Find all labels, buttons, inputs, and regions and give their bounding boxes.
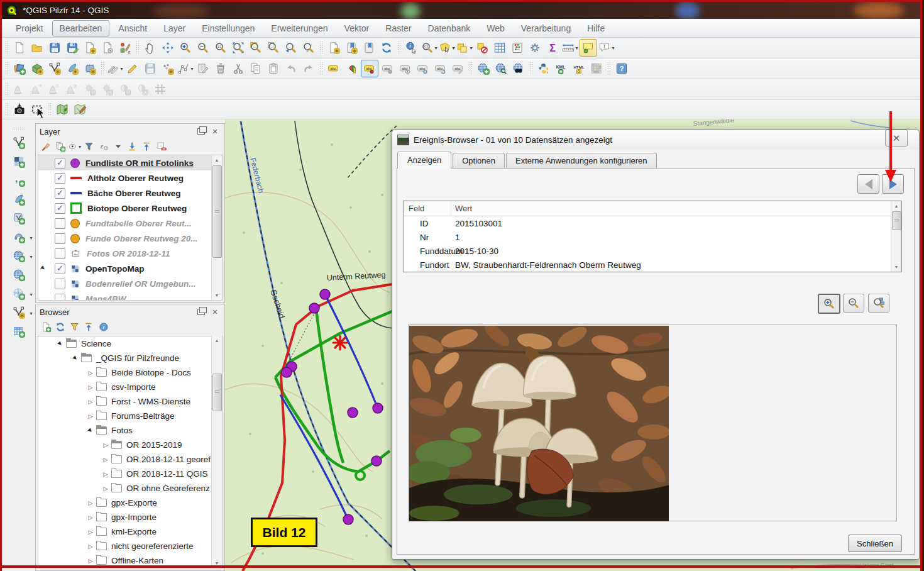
menu-layer[interactable]: Layer: [156, 20, 193, 36]
toggle-editing-button[interactable]: [124, 60, 141, 77]
expand-arrow-icon[interactable]: ▷: [87, 370, 94, 376]
undo-button[interactable]: [283, 60, 299, 77]
statistical-summary-button[interactable]: [509, 40, 525, 56]
tab-anzeigen[interactable]: Anzeigen: [397, 152, 451, 169]
dropdown-arrow-icon[interactable]: ▾: [575, 45, 578, 51]
zoom-to-layer-button[interactable]: [265, 40, 282, 56]
add-selected-layer-button[interactable]: [39, 321, 52, 334]
add-wfs-layer-button[interactable]: [10, 267, 28, 284]
add-group-button[interactable]: [53, 140, 67, 153]
menu-bearbeiten[interactable]: Bearbeiten: [52, 20, 110, 36]
dropdown-arrow-icon[interactable]: ▾: [452, 45, 454, 51]
menu-verarbeitung[interactable]: Verarbeitung: [514, 20, 578, 36]
bookmark-add-button[interactable]: [343, 40, 360, 56]
add-spatialite-layer-button[interactable]: [10, 210, 28, 227]
contrast-down-button[interactable]: [135, 81, 151, 97]
save-project-as-button[interactable]: [64, 40, 80, 56]
globe-add-button[interactable]: [475, 60, 492, 77]
layout-manager-button[interactable]: [99, 40, 116, 56]
record-table-scrollbar[interactable]: ▲▼: [891, 201, 901, 272]
menu-projekt[interactable]: Projekt: [8, 20, 51, 36]
tree-item[interactable]: ▷gpx-Exporte: [38, 496, 222, 510]
tree-item[interactable]: ▶Fotos: [38, 423, 222, 438]
expand-arrow-icon[interactable]: ▷: [87, 399, 94, 405]
stretch-full-cumulative-button[interactable]: [64, 81, 80, 97]
contrast-up-button[interactable]: [117, 81, 133, 97]
dropdown-arrow-icon[interactable]: ▾: [470, 45, 472, 51]
layer-checkbox[interactable]: [55, 279, 65, 289]
new-virtual-layer-button[interactable]: ▾: [10, 304, 28, 321]
map-theme-green-button[interactable]: [54, 101, 70, 118]
new-memory-layer-button[interactable]: [82, 60, 98, 77]
layer-checkbox[interactable]: ✓: [55, 173, 65, 184]
zoom-native-button[interactable]: 1:1: [212, 40, 229, 56]
new-project-button[interactable]: [11, 40, 28, 56]
cut-features-button[interactable]: [230, 60, 246, 77]
layer-checkbox[interactable]: ✓: [55, 203, 65, 214]
expand-all-button[interactable]: [126, 140, 139, 153]
tree-item[interactable]: ▷nicht georeferenzierte: [38, 539, 222, 553]
refresh-button[interactable]: [53, 321, 67, 334]
stretch-local-button[interactable]: [11, 81, 28, 97]
metasearch-button[interactable]: [510, 60, 527, 77]
expand-arrow-icon[interactable]: ▷: [87, 413, 94, 419]
new-print-layout-button[interactable]: [82, 40, 98, 56]
open-attribute-table-button[interactable]: [492, 40, 508, 56]
pan-to-selection-button[interactable]: [160, 40, 176, 56]
layer-item[interactable]: ✓Bäche Oberer Reutweg: [38, 186, 222, 201]
style-manager-button[interactable]: a: [117, 40, 133, 56]
zoom-in-button[interactable]: [818, 294, 840, 314]
tree-item[interactable]: ▷kml-Exporte: [38, 524, 222, 539]
show-sum-button[interactable]: Σ: [544, 40, 561, 56]
menu-einstellungen[interactable]: Einstellungen: [194, 20, 262, 36]
layer-item[interactable]: Bodenrelief OR Umgebun...: [38, 276, 222, 291]
stretch-local-cumulative-button[interactable]: [47, 81, 63, 97]
zoom-last-button[interactable]: [283, 40, 299, 56]
map-style-edit-button[interactable]: [72, 101, 88, 118]
close-panel-icon[interactable]: ✕: [209, 126, 221, 136]
menu-raster[interactable]: Raster: [378, 20, 419, 36]
dropdown-arrow-icon[interactable]: ▾: [79, 144, 81, 150]
collapse-all-button[interactable]: [82, 321, 96, 334]
layer-item[interactable]: ✓Altholz Oberer Reutweg: [38, 170, 222, 186]
delete-selected-button[interactable]: [212, 60, 229, 77]
paste-features-button[interactable]: [265, 60, 282, 77]
add-wcs-layer-button[interactable]: ▾: [10, 286, 28, 302]
stretch-full-button[interactable]: [29, 81, 45, 97]
expand-arrow-icon[interactable]: ▷: [87, 514, 94, 521]
highlight-pinned-button[interactable]: abc: [380, 60, 396, 77]
record-row[interactable]: Funddatum2015-10-30: [404, 244, 901, 258]
tree-item[interactable]: ▷OR 2015-2019: [38, 438, 222, 452]
layer-item[interactable]: Maps4BW: [38, 291, 222, 301]
menu-hilfe[interactable]: Hilfe: [580, 20, 612, 36]
filter-legend-button[interactable]: [82, 140, 96, 153]
expand-arrow-icon[interactable]: ▷: [102, 442, 109, 448]
html-tool-button[interactable]: HTML: [571, 60, 587, 77]
dropdown-arrow-icon[interactable]: ▾: [190, 66, 193, 72]
close-panel-icon[interactable]: ✕: [209, 307, 221, 317]
layer-checkbox[interactable]: ✓: [55, 263, 65, 274]
tree-item[interactable]: ▶Science: [38, 336, 222, 351]
data-source-manager-button[interactable]: [11, 60, 28, 77]
expand-arrow-icon[interactable]: ▷: [87, 558, 94, 564]
color-swatches-button[interactable]: [588, 60, 605, 77]
add-raster-layer-button[interactable]: [10, 153, 28, 170]
collapse-arrow-icon[interactable]: ▶: [56, 340, 64, 348]
expand-arrow-icon[interactable]: ▷: [102, 485, 109, 492]
zoom-extent-button[interactable]: [868, 294, 889, 313]
layer-checkbox[interactable]: ✓: [55, 158, 65, 169]
layer-item[interactable]: ✓Fundliste OR mit Fotolinks: [38, 155, 222, 170]
current-edits-button[interactable]: ▾: [107, 60, 123, 77]
add-vector-layer-button[interactable]: [10, 135, 28, 152]
record-row[interactable]: Nr1: [404, 230, 901, 244]
expand-arrow-icon[interactable]: ▷: [102, 457, 109, 463]
tree-item[interactable]: ▶_QGIS für Pilzfreunde: [38, 351, 222, 365]
select-by-value-button[interactable]: ▾: [456, 40, 473, 56]
save-project-button[interactable]: [47, 40, 63, 56]
properties-info-button[interactable]: i: [97, 321, 110, 334]
new-geopackage-layer-button[interactable]: [29, 60, 45, 77]
manage-visibility-button[interactable]: ▾: [68, 140, 81, 153]
zoom-in-button[interactable]: [177, 40, 194, 56]
dropdown-arrow-icon[interactable]: ▾: [30, 292, 32, 297]
modify-attributes-button[interactable]: [195, 60, 211, 77]
